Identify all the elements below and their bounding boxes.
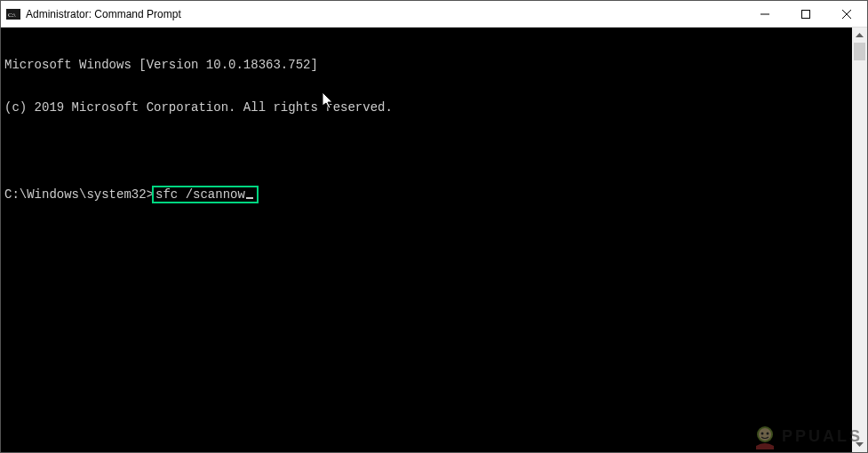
svg-point-8 bbox=[760, 433, 763, 435]
close-button[interactable] bbox=[826, 1, 867, 27]
text-cursor bbox=[246, 197, 253, 199]
watermark-text: PPUALS bbox=[782, 427, 863, 446]
watermark: PPUALS bbox=[752, 423, 863, 449]
prompt-line: C:\Windows\system32>sfc /scannow bbox=[4, 186, 848, 200]
output-blank bbox=[4, 143, 848, 157]
minimize-button[interactable] bbox=[745, 1, 785, 27]
scroll-thumb[interactable] bbox=[854, 43, 865, 60]
command-text: sfc /scannow bbox=[155, 187, 245, 202]
output-line: Microsoft Windows [Version 10.0.18363.75… bbox=[4, 58, 848, 72]
maximize-button[interactable] bbox=[785, 1, 826, 27]
titlebar[interactable]: C:\ Administrator: Command Prompt bbox=[1, 1, 867, 28]
svg-text:C:\: C:\ bbox=[8, 12, 16, 19]
window-title: Administrator: Command Prompt bbox=[26, 8, 181, 20]
command-highlight: sfc /scannow bbox=[152, 186, 259, 203]
cmd-icon: C:\ bbox=[6, 7, 20, 21]
titlebar-left: C:\ Administrator: Command Prompt bbox=[6, 7, 181, 21]
terminal-output[interactable]: Microsoft Windows [Version 10.0.18363.75… bbox=[1, 28, 852, 452]
watermark-logo-icon bbox=[752, 423, 778, 449]
output-line: (c) 2019 Microsoft Corporation. All righ… bbox=[4, 100, 848, 115]
command-prompt-window: C:\ Administrator: Command Prompt Micros… bbox=[0, 0, 868, 453]
terminal-area: Microsoft Windows [Version 10.0.18363.75… bbox=[1, 28, 867, 452]
window-controls bbox=[745, 1, 867, 27]
prompt-text: C:\Windows\system32> bbox=[4, 187, 154, 202]
scroll-up-button[interactable] bbox=[852, 28, 867, 43]
vertical-scrollbar[interactable] bbox=[852, 28, 867, 452]
svg-point-9 bbox=[766, 433, 768, 435]
svg-rect-3 bbox=[802, 10, 810, 18]
